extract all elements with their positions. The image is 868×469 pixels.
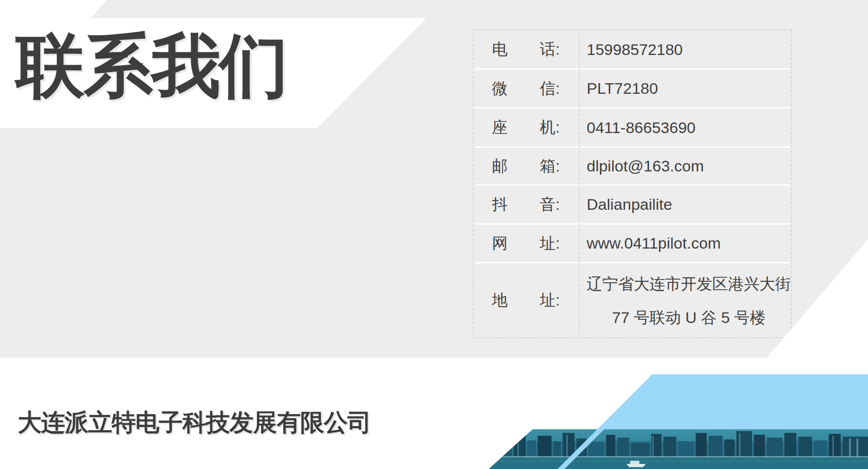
row-label-landline: 座机: [474, 109, 580, 146]
row-value-phone: 15998572180 [580, 30, 791, 68]
label-text: 信: [540, 78, 560, 99]
table-row-landline: 座机: 0411-86653690 [474, 107, 791, 146]
company-name: 大连派立特电子科技发展有限公司 [18, 407, 371, 439]
contact-slide: 电话: 15998572180 微信: PLT72180 座机: 0411-86… [0, 0, 868, 469]
wechat-id: PLT72180 [587, 79, 658, 97]
phone-number: 15998572180 [587, 41, 683, 59]
page-title: 联系我们 [16, 30, 287, 103]
label-text: 邮 [492, 156, 508, 177]
row-label-address: 地址: [474, 263, 580, 337]
row-value-email: dlpilot@163.com [580, 148, 791, 184]
label-text: 电 [492, 39, 508, 60]
label-text: 抖 [492, 194, 508, 215]
address-line-1: 辽宁省大连市开发区港兴大街 [587, 276, 791, 292]
table-row-phone: 电话: 15998572180 [474, 30, 791, 68]
row-label-website: 网址: [474, 225, 580, 262]
label-text: 座 [492, 117, 508, 138]
row-value-douyin: Dalianpailite [580, 186, 791, 223]
label-text: 地 [492, 290, 508, 311]
table-row-email: 邮箱: dlpilot@163.com [474, 146, 791, 184]
label-text: 微 [492, 78, 508, 99]
email-address: dlpilot@163.com [587, 157, 704, 175]
website-url: www.0411pilot.com [587, 234, 721, 252]
row-value-landline: 0411-86653690 [580, 109, 791, 146]
label-text: 音: [540, 194, 560, 215]
table-row-website: 网址: www.0411pilot.com [474, 223, 791, 262]
row-label-phone: 电话: [474, 30, 580, 68]
address-line-2: 77 号联动 U 谷 5 号楼 [612, 310, 766, 325]
label-text: 机: [540, 117, 560, 138]
table-row-douyin: 抖音: Dalianpailite [474, 184, 791, 223]
row-value-wechat: PLT72180 [580, 70, 791, 107]
label-text: 址: [540, 233, 560, 254]
cityscape-photo [489, 429, 868, 469]
row-value-website: www.0411pilot.com [580, 225, 791, 262]
label-text: 话: [540, 39, 560, 60]
table-column-divider [579, 30, 580, 337]
cityscape-graphic [489, 429, 868, 469]
row-label-douyin: 抖音: [474, 186, 580, 223]
contact-table: 电话: 15998572180 微信: PLT72180 座机: 0411-86… [473, 30, 792, 338]
row-value-address: 辽宁省大连市开发区港兴大街 77 号联动 U 谷 5 号楼 [580, 263, 791, 337]
landline-number: 0411-86653690 [587, 119, 696, 137]
label-text: 箱: [540, 156, 560, 177]
label-text: 址: [540, 290, 560, 311]
label-text: 网 [492, 233, 508, 254]
table-row-address: 地址: 辽宁省大连市开发区港兴大街 77 号联动 U 谷 5 号楼 [474, 262, 791, 337]
row-label-email: 邮箱: [474, 148, 580, 184]
douyin-id: Dalianpailite [587, 195, 672, 213]
row-label-wechat: 微信: [474, 70, 580, 107]
table-row-wechat: 微信: PLT72180 [474, 68, 791, 107]
